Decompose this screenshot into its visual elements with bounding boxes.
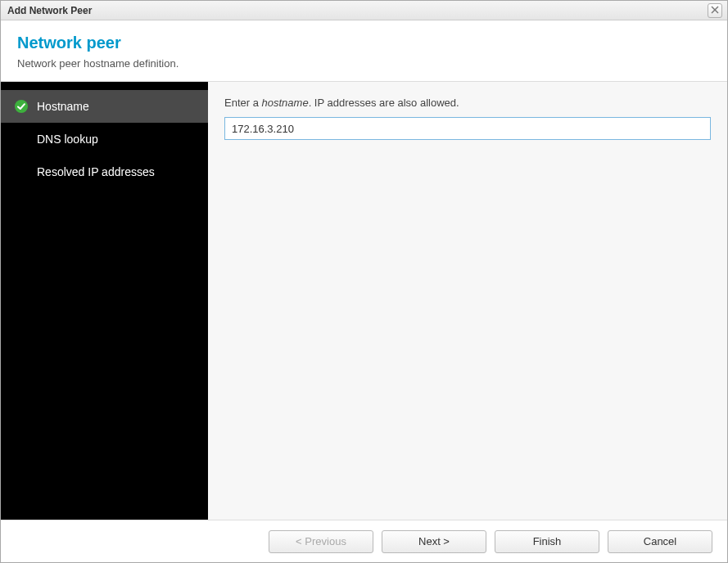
- header: Network peer Network peer hostname defin…: [1, 20, 727, 82]
- page-title: Network peer: [17, 34, 711, 52]
- wizard-footer: < Previous Next > Finish Cancel: [1, 520, 727, 562]
- cancel-button[interactable]: Cancel: [608, 530, 712, 553]
- sidebar-item-resolved-ip[interactable]: Resolved IP addresses: [1, 155, 208, 188]
- close-icon: [711, 6, 719, 16]
- instruction-suffix: . IP addresses are also allowed.: [309, 97, 459, 109]
- hostname-input[interactable]: [224, 117, 711, 140]
- next-button[interactable]: Next >: [382, 530, 486, 553]
- finish-button[interactable]: Finish: [495, 530, 599, 553]
- titlebar: Add Network Peer: [1, 1, 727, 20]
- wizard-steps-sidebar: Hostname DNS lookup Resolved IP addresse…: [1, 82, 208, 520]
- sidebar-item-hostname[interactable]: Hostname: [1, 90, 208, 123]
- page-subtitle: Network peer hostname definition.: [17, 57, 711, 70]
- hostname-instruction: Enter a hostname. IP addresses are also …: [224, 97, 711, 109]
- sidebar-item-label: Hostname: [37, 100, 89, 113]
- svg-point-2: [15, 100, 28, 113]
- sidebar-item-label: DNS lookup: [37, 133, 98, 146]
- close-button[interactable]: [708, 3, 722, 18]
- sidebar-item-dns-lookup[interactable]: DNS lookup: [1, 123, 208, 155]
- instruction-emphasis: hostname: [262, 97, 309, 109]
- instruction-prefix: Enter a: [224, 97, 262, 109]
- add-network-peer-dialog: Add Network Peer Network peer Network pe…: [0, 0, 728, 563]
- check-circle-icon: [14, 99, 29, 114]
- content-panel: Enter a hostname. IP addresses are also …: [208, 82, 727, 520]
- previous-button[interactable]: < Previous: [269, 530, 373, 553]
- sidebar-item-label: Resolved IP addresses: [37, 165, 155, 178]
- body: Hostname DNS lookup Resolved IP addresse…: [1, 82, 727, 520]
- window-title: Add Network Peer: [7, 5, 92, 16]
